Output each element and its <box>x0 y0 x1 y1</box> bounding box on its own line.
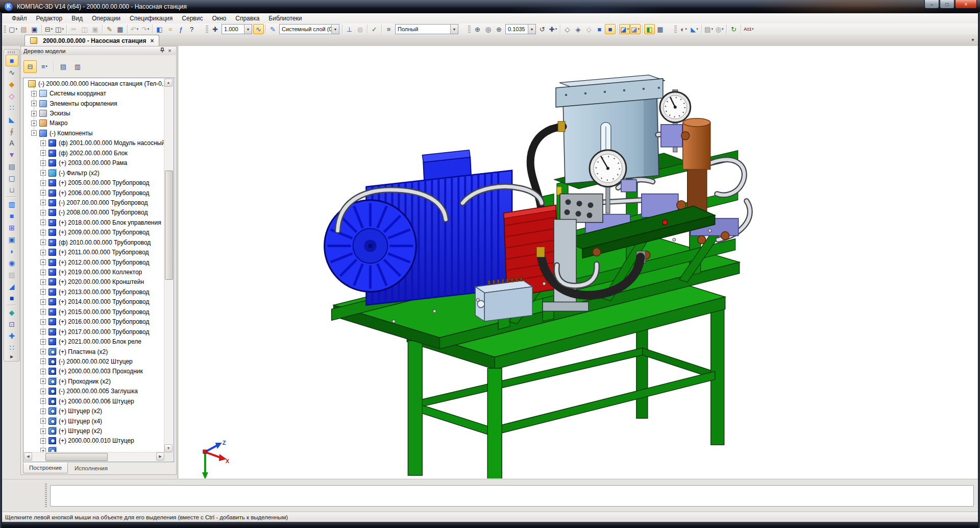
menu-item[interactable]: Редактор <box>32 14 67 23</box>
specification-button[interactable]: ▦ <box>115 24 126 34</box>
tree-item[interactable]: +(+) Пластина (x2) <box>24 347 164 356</box>
insert-part-button[interactable]: ⊞ <box>6 222 18 233</box>
copy-properties-button[interactable]: ✎ <box>104 24 115 34</box>
variables-button[interactable]: ≈ <box>165 24 176 34</box>
scroll-down-icon[interactable]: ▼ <box>164 444 173 452</box>
print-button[interactable]: ⊟▾ <box>43 24 54 34</box>
document-tab[interactable]: 2000.00.00.000 - Насосная станция × <box>24 35 159 46</box>
coordinate-triad[interactable]: Z X Y <box>202 440 230 478</box>
minimize-button[interactable]: – <box>924 0 939 9</box>
tree-item[interactable]: +(ф) 2002.00.00.000 Блок <box>24 148 164 158</box>
tree-item[interactable]: +(+) 2000.00.00.003 Проходник <box>24 367 164 376</box>
points-button[interactable]: ∷ <box>6 102 18 113</box>
toolbar-grip[interactable] <box>206 26 208 33</box>
array-button[interactable]: ∷ <box>6 342 18 353</box>
panel-expand-icon[interactable]: ▶ <box>10 354 13 359</box>
functions-button[interactable]: ƒ <box>176 24 186 34</box>
component-button[interactable]: ⊡ <box>6 318 18 330</box>
tree-item[interactable]: +(ф) 2001.00.00.000 Модуль насосный <box>24 138 164 148</box>
record-macro-button[interactable]: ◎▾ <box>714 24 725 34</box>
menu-item[interactable]: Операции <box>87 14 125 23</box>
tree-item[interactable]: +(+) 2014.00.00.000 Трубопровод <box>24 297 164 307</box>
tree-item[interactable]: +(-) Фильтр (x2) <box>24 168 164 178</box>
copy-button[interactable]: ◫ <box>79 24 90 34</box>
tree-item[interactable]: +(-) 2008.00.00.000 Трубопровод <box>24 208 164 218</box>
tree-item[interactable]: +(-) 2007.00.00.000 Трубопровод <box>24 198 164 207</box>
check-object-button[interactable]: ✓ <box>369 24 380 34</box>
report-button[interactable]: ▤ <box>6 160 18 172</box>
face-button[interactable]: ▣ <box>6 233 18 245</box>
shaded-button[interactable]: ■ <box>594 24 605 34</box>
tree-item[interactable]: +(-) 2000.00.00.002 Штуцер <box>24 356 164 366</box>
hidden-thin-button[interactable]: ◇ <box>583 24 594 34</box>
tree-item[interactable]: +(+) 2011.00.00.000 Трубопровод <box>24 247 164 257</box>
tree-item[interactable]: +(+) 2020.00.00.000 Кронштейн <box>24 277 164 287</box>
scale-combo[interactable]: 1.000▼ <box>222 24 252 34</box>
image-button[interactable]: ▤▾ <box>703 24 714 34</box>
layers-button[interactable]: ✎ <box>267 24 278 34</box>
cut-button[interactable]: ✂ <box>68 24 79 34</box>
drag-handle[interactable] <box>45 484 47 508</box>
snap-toggle-button[interactable]: ∿ <box>253 24 264 34</box>
frame-button[interactable]: ▢ <box>6 172 18 184</box>
tree-item[interactable]: +(ф) 2010.00.00.000 Трубопровод <box>24 237 164 247</box>
refresh-view-button[interactable]: ↺ <box>537 24 548 34</box>
simplified-view-button[interactable]: ◧ <box>644 24 655 34</box>
new-document-button[interactable]: ▢▾ <box>8 24 18 34</box>
menu-item[interactable]: Справка <box>231 14 264 23</box>
new-window-button[interactable]: ◧ <box>154 24 165 34</box>
tree-structure-button[interactable]: ⊟ <box>23 60 37 73</box>
tree-item[interactable]: +(+) 2000.00.00.006 Штуцер <box>24 396 164 406</box>
shaded-edges-button[interactable]: ■ <box>605 24 616 34</box>
hidden-lines-button[interactable]: ◈ <box>573 24 583 34</box>
toolbar-grip[interactable] <box>4 26 6 33</box>
menu-item[interactable]: Библиотеки <box>264 14 306 23</box>
zoom-scale-button[interactable]: ⊕ <box>494 24 504 34</box>
toolbar-grip[interactable] <box>8 51 16 54</box>
rotate-view-button[interactable]: ✚▾ <box>548 24 558 34</box>
zoom-combo-dropdown-icon[interactable]: ▼ <box>528 25 535 34</box>
tab-close-icon[interactable]: × <box>150 37 154 44</box>
tree-item[interactable]: +(+) Штуцер (x2) <box>24 406 164 416</box>
detail-combo[interactable]: Полный▼ <box>395 24 458 34</box>
tree-item[interactable]: +(+) 2005.00.00.000 Трубопровод <box>24 178 164 187</box>
tab-overflow-button[interactable]: ▼ <box>971 38 975 42</box>
tree-item[interactable]: +Системы координат <box>24 88 164 98</box>
zoom-combo[interactable]: 0.1035▼ <box>505 24 536 34</box>
tree-item[interactable]: +(+) 2000.00.00.010 Штуцер <box>24 436 164 446</box>
relations-button[interactable]: ▤ <box>57 60 70 73</box>
zoom-in-button[interactable]: ⊕ <box>472 24 483 34</box>
menu-item[interactable]: Вид <box>67 14 87 23</box>
panel-close-icon[interactable]: × <box>166 47 174 55</box>
scroll-thumb-horizontal[interactable] <box>45 453 108 461</box>
surface-button[interactable]: ◣ <box>6 113 18 125</box>
menu-item[interactable]: Файл <box>7 14 32 23</box>
collision-button[interactable]: ◍ <box>355 24 365 34</box>
3d-model-pump-station[interactable]: Z X Y <box>178 46 977 478</box>
stamp-button[interactable]: ⊔ <box>6 184 18 196</box>
open-document-button[interactable]: ▤ <box>18 24 29 34</box>
tree-item[interactable]: +(+) 2006.00.00.000 Трубопровод <box>24 188 164 198</box>
tree-item[interactable]: +(+) 2017.00.00.000 Трубопровод <box>24 327 164 337</box>
tree-item[interactable]: +(+) 2019.00.00.000 Коллектор <box>24 267 164 277</box>
scroll-right-icon[interactable]: ▶ <box>156 452 164 461</box>
toolbar-grip[interactable] <box>468 26 471 33</box>
tree-scrollbar-vertical[interactable]: ▲ ▼ <box>164 79 173 452</box>
section-zone-button[interactable]: ◪▾ <box>630 24 641 34</box>
tree-item[interactable]: +(+) 2012.00.00.000 Трубопровод <box>24 257 164 267</box>
tree-item[interactable]: +Эскизы <box>24 108 164 118</box>
layer-combo-dropdown-icon[interactable]: ▼ <box>331 25 339 34</box>
tree-item[interactable]: +(+) 2021.00.00.000 Блок реле <box>24 337 164 346</box>
scroll-left-icon[interactable]: ◀ <box>24 452 32 461</box>
measure-button[interactable]: A <box>6 137 18 149</box>
zoom-area-button[interactable]: ◎ <box>483 24 494 34</box>
additional-window-button[interactable]: ▥ <box>71 60 84 73</box>
tree-item[interactable]: −(-) Компоненты <box>24 128 164 138</box>
tree-composition-button[interactable]: ≡▾ <box>38 60 51 73</box>
close-button[interactable]: × <box>955 0 977 9</box>
tab-ispolneniya[interactable]: Исполнения <box>68 463 114 474</box>
detail-level-button[interactable]: ≡ <box>383 24 394 34</box>
toolbar-grip[interactable] <box>674 26 677 33</box>
scroll-thumb[interactable] <box>165 171 173 280</box>
tree-item[interactable]: +(+) 2009.00.00.000 Трубопровод <box>24 228 164 237</box>
